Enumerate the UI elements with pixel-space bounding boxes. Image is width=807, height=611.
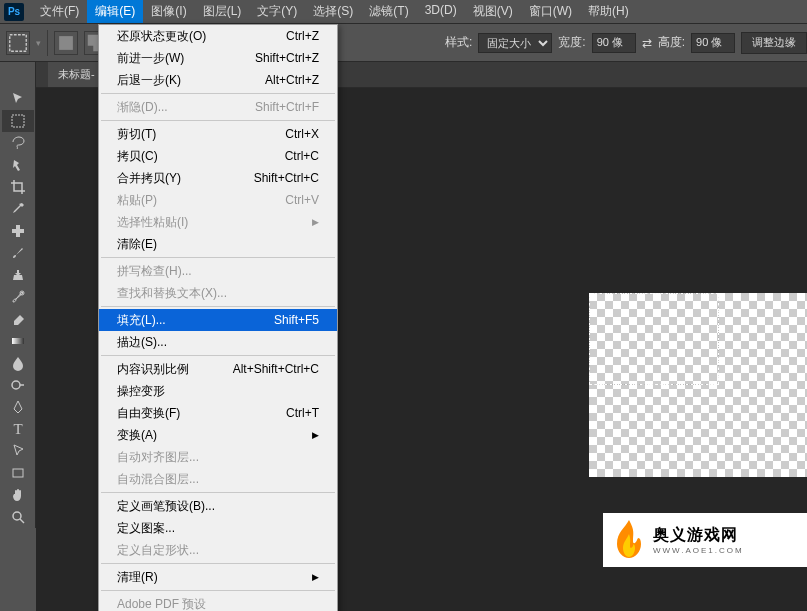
menu-entry-label: Adobe PDF 预设 <box>117 596 206 612</box>
brush-tool-icon[interactable] <box>2 242 34 264</box>
menu-item[interactable]: 3D(D) <box>417 0 465 23</box>
watermark: 奥义游戏网 WWW.AOE1.COM <box>603 513 807 567</box>
marquee-tool-preset-icon[interactable] <box>6 31 30 55</box>
menu-separator <box>101 120 335 121</box>
width-input[interactable] <box>592 33 636 53</box>
history-brush-tool-icon[interactable] <box>2 286 34 308</box>
menu-entry-label: 选择性粘贴(I) <box>117 214 188 231</box>
menu-item[interactable]: 文字(Y) <box>249 0 305 23</box>
svg-rect-1 <box>59 36 73 50</box>
menu-item[interactable]: 选择(S) <box>305 0 361 23</box>
menu-entry-shortcut: Ctrl+T <box>286 406 319 420</box>
quick-select-tool-icon[interactable] <box>2 154 34 176</box>
menu-entry[interactable]: 操控变形 <box>99 380 337 402</box>
menu-entry: 查找和替换文本(X)... <box>99 282 337 304</box>
menu-entry-label: 前进一步(W) <box>117 50 184 67</box>
svg-rect-13 <box>12 338 24 344</box>
menu-item[interactable]: 帮助(H) <box>580 0 637 23</box>
eyedropper-tool-icon[interactable] <box>2 198 34 220</box>
pen-tool-icon[interactable] <box>2 396 34 418</box>
menu-entry[interactable]: 内容识别比例Alt+Shift+Ctrl+C <box>99 358 337 380</box>
marquee-tool-icon[interactable] <box>2 110 34 132</box>
canvas-document[interactable] <box>589 293 807 477</box>
menu-item[interactable]: 窗口(W) <box>521 0 580 23</box>
move-tool-icon[interactable] <box>2 88 34 110</box>
width-label: 宽度: <box>558 34 585 51</box>
lasso-tool-icon[interactable] <box>2 132 34 154</box>
dodge-tool-icon[interactable] <box>2 374 34 396</box>
menu-entry[interactable]: 自由变换(F)Ctrl+T <box>99 402 337 424</box>
menu-item[interactable]: 滤镜(T) <box>361 0 416 23</box>
menu-entry-label: 自动对齐图层... <box>117 449 199 466</box>
menu-entry-shortcut: Shift+Ctrl+C <box>254 171 319 185</box>
menu-entry[interactable]: 描边(S)... <box>99 331 337 353</box>
menu-entry: 自动混合图层... <box>99 468 337 490</box>
menu-entry-shortcut: Ctrl+V <box>285 193 319 207</box>
style-select[interactable]: 固定大小 <box>478 33 552 53</box>
height-input[interactable] <box>691 33 735 53</box>
menu-entry-label: 后退一步(K) <box>117 72 181 89</box>
menu-entry[interactable]: 清除(E) <box>99 233 337 255</box>
blur-tool-icon[interactable] <box>2 352 34 374</box>
menu-entry[interactable]: 后退一步(K)Alt+Ctrl+Z <box>99 69 337 91</box>
menu-entry: 渐隐(D)...Shift+Ctrl+F <box>99 96 337 118</box>
menu-separator <box>101 563 335 564</box>
menu-item[interactable]: 文件(F) <box>32 0 87 23</box>
path-select-tool-icon[interactable] <box>2 440 34 462</box>
menu-entry: 自动对齐图层... <box>99 446 337 468</box>
menu-entry[interactable]: 定义画笔预设(B)... <box>99 495 337 517</box>
marquee-selection <box>589 293 719 385</box>
menu-entry[interactable]: 前进一步(W)Shift+Ctrl+Z <box>99 47 337 69</box>
hand-tool-icon[interactable] <box>2 484 34 506</box>
svg-rect-0 <box>10 34 27 51</box>
clone-stamp-tool-icon[interactable] <box>2 264 34 286</box>
menu-item[interactable]: 视图(V) <box>465 0 521 23</box>
crop-tool-icon[interactable] <box>2 176 34 198</box>
refine-edge-button[interactable]: 调整边缘 <box>741 32 807 54</box>
menu-entry[interactable]: 定义图案... <box>99 517 337 539</box>
menu-entry[interactable]: 还原状态更改(O)Ctrl+Z <box>99 25 337 47</box>
menu-item[interactable]: 图像(I) <box>143 0 194 23</box>
tool-palette: T <box>0 62 36 528</box>
spot-heal-tool-icon[interactable] <box>2 220 34 242</box>
svg-point-16 <box>13 512 21 520</box>
eraser-tool-icon[interactable] <box>2 308 34 330</box>
menu-entry-shortcut: Shift+F5 <box>274 313 319 327</box>
zoom-tool-icon[interactable] <box>2 506 34 528</box>
menu-entry: 拼写检查(H)... <box>99 260 337 282</box>
gradient-tool-icon[interactable] <box>2 330 34 352</box>
watermark-title: 奥义游戏网 <box>653 525 744 546</box>
rectangle-tool-icon[interactable] <box>2 462 34 484</box>
menu-entry[interactable]: 变换(A)▶ <box>99 424 337 446</box>
height-label: 高度: <box>658 34 685 51</box>
menu-entry-label: 渐隐(D)... <box>117 99 168 116</box>
menu-entry[interactable]: 剪切(T)Ctrl+X <box>99 123 337 145</box>
type-tool-icon[interactable]: T <box>2 418 34 440</box>
menu-entry[interactable]: 拷贝(C)Ctrl+C <box>99 145 337 167</box>
menu-entry: 选择性粘贴(I)▶ <box>99 211 337 233</box>
menu-entry: Adobe PDF 预设 <box>99 593 337 611</box>
menu-entry-label: 定义自定形状... <box>117 542 199 559</box>
menu-separator <box>101 306 335 307</box>
svg-rect-11 <box>16 225 20 237</box>
menu-separator <box>101 355 335 356</box>
swap-dimensions-icon[interactable]: ⇄ <box>642 36 652 50</box>
style-label: 样式: <box>445 34 472 51</box>
menu-entry-shortcut: Ctrl+C <box>285 149 319 163</box>
new-selection-icon[interactable] <box>54 31 78 55</box>
menu-entry[interactable]: 填充(L)...Shift+F5 <box>99 309 337 331</box>
submenu-arrow-icon: ▶ <box>312 572 319 582</box>
menu-entry-label: 变换(A) <box>117 427 157 444</box>
menu-item[interactable]: 编辑(E) <box>87 0 143 23</box>
menu-entry[interactable]: 合并拷贝(Y)Shift+Ctrl+C <box>99 167 337 189</box>
menu-entry-label: 清除(E) <box>117 236 157 253</box>
menu-entry: 粘贴(P)Ctrl+V <box>99 189 337 211</box>
menu-item[interactable]: 图层(L) <box>195 0 250 23</box>
menu-entry-shortcut: Shift+Ctrl+F <box>255 100 319 114</box>
menu-entry[interactable]: 清理(R)▶ <box>99 566 337 588</box>
menu-entry-label: 粘贴(P) <box>117 192 157 209</box>
menu-entry-label: 清理(R) <box>117 569 158 586</box>
menu-entry-label: 定义画笔预设(B)... <box>117 498 215 515</box>
menu-separator <box>101 492 335 493</box>
svg-rect-9 <box>12 115 24 127</box>
